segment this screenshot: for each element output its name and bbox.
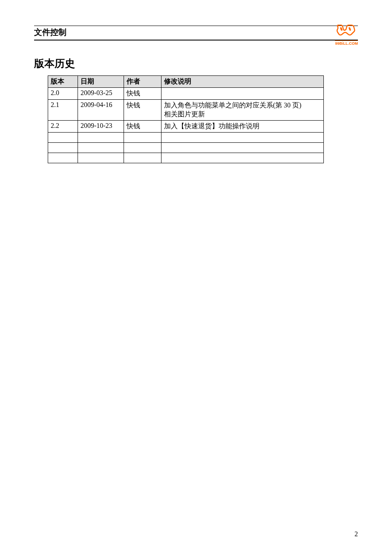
cell-description: [161, 88, 323, 100]
brand-url-text: 99BiLL.COM: [335, 40, 358, 46]
header-description: 修改说明: [161, 76, 323, 88]
cell-description: 加入角色与功能菜单之间的对应关系(第 30 页)相关图片更新: [161, 100, 323, 121]
page-number: 2: [355, 530, 358, 538]
table-row: 2.0 2009-03-25 快钱: [48, 88, 324, 100]
cell-author: 快钱: [124, 100, 161, 121]
table-header-row: 版本 日期 作者 修改说明: [48, 76, 324, 88]
table-row-empty: [48, 153, 324, 163]
version-history-heading: 版本历史: [34, 57, 358, 70]
header-version: 版本: [48, 76, 78, 88]
cell-version: 2.2: [48, 121, 78, 133]
table-row: 2.1 2009-04-16 快钱 加入角色与功能菜单之间的对应关系(第 30 …: [48, 100, 324, 121]
kuaiqian-logo-icon: [336, 23, 357, 40]
brand-logo: 99BiLL.COM: [335, 23, 358, 46]
cell-date: 2009-10-23: [78, 121, 124, 133]
table-row-empty: [48, 133, 324, 143]
cell-version: 2.0: [48, 88, 78, 100]
cell-date: 2009-04-16: [78, 100, 124, 121]
cell-date: 2009-03-25: [78, 88, 124, 100]
header-date: 日期: [78, 76, 124, 88]
cell-description: 加入【快速退货】功能操作说明: [161, 121, 323, 133]
version-history-table: 版本 日期 作者 修改说明 2.0 2009-03-25 快钱 2.1 2009…: [48, 75, 324, 163]
cell-version: 2.1: [48, 100, 78, 121]
table-row-empty: [48, 143, 324, 153]
cell-author: 快钱: [124, 121, 161, 133]
table-row: 2.2 2009-10-23 快钱 加入【快速退货】功能操作说明: [48, 121, 324, 133]
cell-author: 快钱: [124, 88, 161, 100]
header-author: 作者: [124, 76, 161, 88]
document-control-title: 文件控制: [34, 27, 358, 38]
